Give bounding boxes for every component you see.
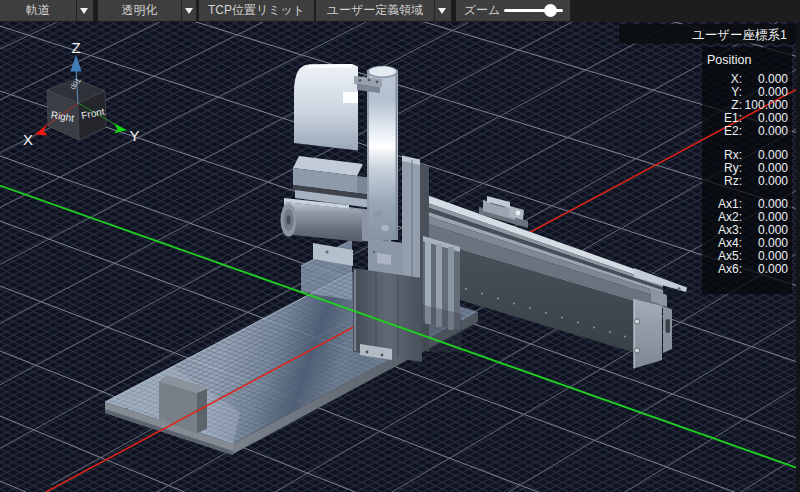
- svg-text:Y: Y: [129, 127, 139, 144]
- svg-text:X: X: [23, 131, 33, 148]
- svg-text:Z: Z: [71, 39, 80, 56]
